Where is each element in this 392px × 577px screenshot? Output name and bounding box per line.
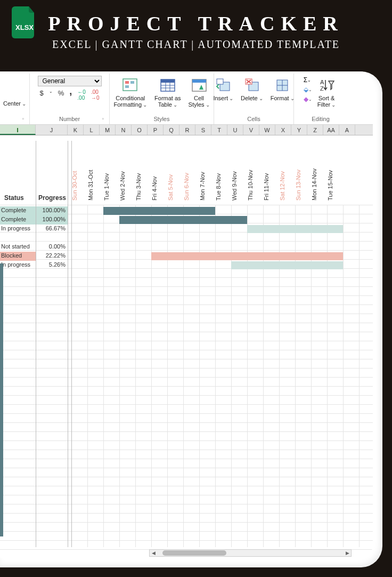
svg-text:Z: Z — [320, 85, 324, 92]
insert-button[interactable]: Insert — [211, 76, 235, 102]
status-cell[interactable]: Complete — [0, 206, 36, 215]
merge-center-button[interactable]: Center — [1, 76, 28, 108]
column-header-J[interactable]: J — [36, 125, 68, 135]
dialog-launch-icon[interactable]: ▫ — [102, 116, 104, 122]
gantt-bar[interactable] — [103, 207, 215, 215]
date-header: Sat 5-Nov — [167, 157, 174, 201]
table-row[interactable]: Complete100.00% — [0, 206, 68, 215]
svg-rect-3 — [130, 81, 134, 84]
table-row[interactable]: In progress5.26% — [0, 261, 68, 270]
date-header: Sun 6-Nov — [183, 157, 190, 201]
format-cells-icon — [274, 77, 291, 94]
spreadsheet-area[interactable]: Sun 30-OctMon 31-OctTue 1-NovWed 2-NovTh… — [0, 135, 373, 547]
column-header-S[interactable]: S — [195, 125, 211, 135]
number-format-select[interactable]: General — [38, 76, 102, 86]
date-header: Tue 15-Nov — [327, 157, 333, 201]
progress-cell[interactable]: 66.67% — [36, 225, 68, 234]
gantt-bar[interactable] — [151, 252, 343, 260]
date-header: Fri 4-Nov — [151, 157, 158, 201]
comma-button[interactable]: , — [68, 89, 73, 101]
promo-title: PROJECT TRACKER — [0, 12, 392, 35]
sort-filter-icon: AZ — [318, 77, 335, 94]
status-cell[interactable]: Complete — [0, 215, 36, 225]
status-cell[interactable]: Blocked — [0, 252, 36, 261]
svg-rect-6 — [161, 79, 175, 83]
horizontal-scrollbar[interactable]: ◀ ▶ — [149, 549, 352, 557]
cell-styles-button[interactable]: Cell Styles — [186, 76, 212, 109]
delete-button[interactable]: Delete — [239, 76, 265, 102]
status-cell[interactable]: In progress — [0, 225, 36, 234]
progress-cell[interactable]: 100.00% — [36, 215, 68, 225]
scroll-left-icon[interactable]: ◀ — [150, 550, 157, 556]
date-header: Tue 8-Nov — [215, 157, 222, 201]
fill-button[interactable]: ⬙ ⌄ — [304, 85, 312, 94]
column-header-M[interactable]: M — [100, 125, 116, 135]
date-header: Wed 9-Nov — [231, 157, 238, 201]
cell-styles-icon — [191, 77, 208, 94]
column-header-I[interactable]: I — [0, 125, 36, 135]
gantt-bar[interactable] — [119, 216, 247, 224]
clear-button[interactable]: ◆ ⌄ — [304, 95, 312, 103]
svg-text:XLSX: XLSX — [15, 23, 34, 31]
progress-cell[interactable]: 100.00% — [36, 206, 68, 215]
sort-filter-button[interactable]: AZ Sort & Filter — [315, 76, 338, 109]
autosum-button[interactable]: Σ ⌄ — [304, 76, 312, 84]
table-row[interactable] — [0, 234, 68, 243]
excel-screen: Center ▫ General $⌄ % , ←0.00 .00→0 — [0, 71, 373, 558]
progress-cell[interactable]: 5.26% — [36, 261, 68, 270]
table-row[interactable]: Complete100.00% — [0, 215, 68, 225]
column-header-W[interactable]: W — [259, 125, 275, 135]
progress-cell[interactable]: 0.00% — [36, 243, 68, 252]
gantt-bar[interactable] — [247, 225, 343, 233]
status-cell[interactable] — [0, 234, 36, 243]
dialog-launch-icon[interactable]: ▫ — [22, 116, 24, 122]
currency-button[interactable]: $ — [39, 89, 45, 101]
number-group-label: Number — [59, 116, 80, 122]
gantt-bar[interactable] — [231, 261, 343, 269]
status-cell[interactable]: In progress — [0, 261, 36, 270]
percent-button[interactable]: % — [57, 89, 66, 101]
column-header-AA[interactable]: AA — [323, 125, 339, 135]
column-header-V[interactable]: V — [243, 125, 259, 135]
date-header: Mon 31-Oct — [87, 157, 94, 201]
column-header-T[interactable]: T — [211, 125, 227, 135]
column-header-U[interactable]: U — [227, 125, 243, 135]
progress-cell[interactable] — [36, 234, 68, 243]
scroll-thumb[interactable] — [162, 550, 226, 556]
insert-cells-icon — [215, 77, 232, 94]
format-as-table-button[interactable]: Format as Table — [152, 76, 183, 109]
column-header-Y[interactable]: Y — [291, 125, 307, 135]
cells-group-label: Cells — [218, 116, 289, 123]
date-header: Tue 1-Nov — [103, 157, 110, 201]
column-header-Z[interactable]: Z — [307, 125, 323, 135]
date-header: Wed 2-Nov — [119, 157, 126, 201]
table-row[interactable]: In progress66.67% — [0, 225, 68, 234]
column-headers: I J KLMNOPQRSTUVWXYZAAA — [0, 125, 373, 135]
format-as-table-icon — [159, 77, 176, 94]
scroll-right-icon[interactable]: ▶ — [344, 550, 351, 556]
ribbon-group-cells: Insert Delete Format Cells — [214, 74, 294, 124]
column-header-L[interactable]: L — [84, 125, 100, 135]
conditional-formatting-button[interactable]: Conditional Formatting — [111, 76, 149, 109]
svg-rect-12 — [192, 79, 206, 83]
status-cell[interactable]: Not started — [0, 243, 36, 252]
column-header-X[interactable]: X — [275, 125, 291, 135]
column-header-Q[interactable]: Q — [164, 125, 179, 135]
increase-decimal-button[interactable]: ←0.00 — [76, 89, 87, 101]
decrease-decimal-button[interactable]: .00→0 — [90, 89, 101, 101]
status-column-header: Status — [4, 194, 24, 202]
table-row[interactable]: Blocked22.22% — [0, 252, 68, 261]
column-header-O[interactable]: O — [132, 125, 148, 135]
column-header-A[interactable]: A — [339, 125, 355, 135]
column-header-K[interactable]: K — [68, 125, 84, 135]
column-header-P[interactable]: P — [148, 125, 164, 135]
column-header-R[interactable]: R — [179, 125, 195, 135]
svg-rect-4 — [125, 85, 129, 88]
column-header-N[interactable]: N — [116, 125, 132, 135]
ribbon-group-editing: Σ ⌄ ⬙ ⌄ ◆ ⌄ AZ Sort & Filter Editing — [294, 74, 347, 124]
format-button[interactable]: Format — [268, 76, 297, 102]
promo-subtitle: EXCEL | GANTT CHART | AUTOMATED TEMPLATE — [0, 38, 392, 51]
svg-rect-2 — [125, 81, 129, 84]
progress-cell[interactable]: 22.22% — [36, 252, 68, 261]
table-row[interactable]: Not started0.00% — [0, 243, 68, 252]
